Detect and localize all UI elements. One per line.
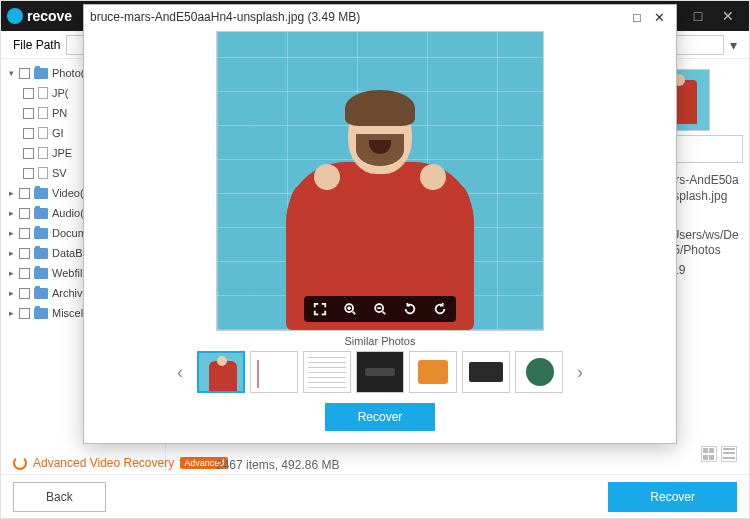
checkbox[interactable] [19, 248, 30, 259]
modal-close-button[interactable]: ✕ [648, 10, 670, 25]
folder-icon [34, 288, 48, 299]
folder-icon [34, 228, 48, 239]
recover-button[interactable]: Recover [608, 482, 737, 512]
checkbox[interactable] [19, 188, 30, 199]
thumbnail[interactable] [303, 351, 351, 393]
brand-text: recove [27, 8, 72, 24]
brand: recove [7, 8, 72, 24]
checkbox[interactable] [19, 68, 30, 79]
checkbox[interactable] [23, 168, 34, 179]
checkbox[interactable] [19, 308, 30, 319]
app-close-button[interactable]: ✕ [713, 1, 743, 31]
modal-title: bruce-mars-AndE50aaHn4-unsplash.jpg (3.4… [90, 10, 626, 24]
expand-icon[interactable]: ▸ [7, 208, 15, 218]
thumb-next-button[interactable]: › [571, 362, 589, 383]
modal-header: bruce-mars-AndE50aaHn4-unsplash.jpg (3.4… [84, 5, 676, 29]
grid-view-button[interactable] [701, 446, 717, 462]
file-icon [38, 107, 48, 119]
modal-maximize-button[interactable]: □ [626, 10, 648, 25]
spinner-icon [13, 456, 27, 470]
thumb-prev-button[interactable]: ‹ [171, 362, 189, 383]
file-icon [38, 87, 48, 99]
filter-icon[interactable]: ▾ [730, 37, 737, 53]
checkbox[interactable] [23, 148, 34, 159]
list-view-button[interactable] [721, 446, 737, 462]
expand-icon[interactable]: ▸ [7, 288, 15, 298]
checkbox[interactable] [19, 288, 30, 299]
expand-icon[interactable]: ▸ [7, 188, 15, 198]
expand-icon[interactable]: ▸ [7, 308, 15, 318]
file-icon [38, 147, 48, 159]
view-toggle [701, 446, 737, 462]
checkbox[interactable] [23, 108, 34, 119]
zoom-in-icon[interactable] [342, 301, 358, 317]
folder-icon [34, 208, 48, 219]
advanced-video-recovery[interactable]: Advanced Video Recovery Advanced [13, 456, 228, 470]
back-button[interactable]: Back [13, 482, 106, 512]
thumbnail[interactable] [515, 351, 563, 393]
image-toolbar [304, 296, 456, 322]
status-bar: 2467 items, 492.86 MB [216, 458, 339, 472]
thumbnail[interactable] [409, 351, 457, 393]
thumbnail-strip [197, 351, 563, 393]
thumbnail[interactable] [250, 351, 298, 393]
footer: Back Recover [1, 474, 749, 518]
expand-icon[interactable]: ▸ [7, 268, 15, 278]
expand-icon[interactable]: ▸ [7, 248, 15, 258]
fullscreen-icon[interactable] [312, 301, 328, 317]
thumbnail[interactable] [356, 351, 404, 393]
status-summary: 2467 items, 492.86 MB [216, 458, 339, 472]
similar-photos-label: Similar Photos [84, 335, 676, 347]
file-icon [38, 127, 48, 139]
file-icon [38, 167, 48, 179]
checkbox[interactable] [19, 208, 30, 219]
rotate-left-icon[interactable] [402, 301, 418, 317]
brand-icon [7, 8, 23, 24]
expand-icon[interactable]: ▾ [7, 68, 15, 78]
expand-icon[interactable]: ▸ [7, 228, 15, 238]
folder-icon [34, 68, 48, 79]
app-maximize-button[interactable]: □ [683, 1, 713, 31]
file-path-label: File Path [13, 38, 60, 52]
folder-icon [34, 308, 48, 319]
modal-recover-button[interactable]: Recover [325, 403, 435, 431]
checkbox[interactable] [19, 268, 30, 279]
checkbox[interactable] [23, 88, 34, 99]
folder-icon [34, 248, 48, 259]
checkbox[interactable] [23, 128, 34, 139]
rotate-right-icon[interactable] [432, 301, 448, 317]
zoom-out-icon[interactable] [372, 301, 388, 317]
thumbnail[interactable] [462, 351, 510, 393]
preview-modal: bruce-mars-AndE50aaHn4-unsplash.jpg (3.4… [83, 4, 677, 444]
thumbnail[interactable] [197, 351, 245, 393]
advanced-label: Advanced Video Recovery [33, 456, 174, 470]
folder-icon [34, 268, 48, 279]
checkbox[interactable] [19, 228, 30, 239]
preview-image [216, 31, 544, 331]
folder-icon [34, 188, 48, 199]
